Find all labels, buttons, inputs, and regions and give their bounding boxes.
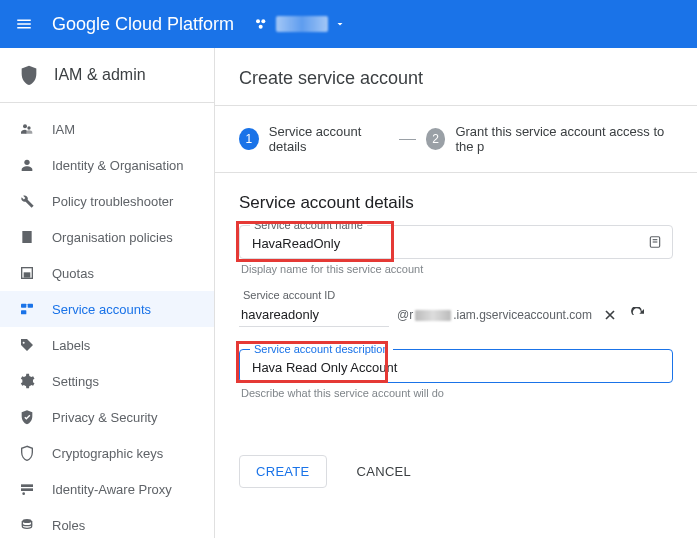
id-suffix-rest: .iam.gserviceaccount.com [453,308,592,322]
sidebar-item-label: Identity & Organisation [52,158,184,173]
name-field-label: Service account name [250,219,367,231]
dropdown-icon [334,18,346,30]
sidebar-header: IAM & admin [0,48,214,103]
id-input[interactable] [239,303,389,327]
svg-point-4 [24,160,29,165]
shield-check-icon [18,408,36,426]
sidebar-item-policy-troubleshooter[interactable]: Policy troubleshooter [0,183,214,219]
sidebar-item-label: Policy troubleshooter [52,194,173,209]
id-suffix: @r.iam.gserviceaccount.com [397,308,592,322]
hamburger-menu-button[interactable] [12,12,36,36]
sidebar-item-crypto-keys[interactable]: Cryptographic keys [0,435,214,471]
id-field-label: Service account ID [239,289,673,303]
step-connector [399,139,415,140]
proxy-icon [18,480,36,498]
stepper: 1 Service account details 2 Grant this s… [215,106,697,173]
svg-point-12 [22,492,25,495]
sidebar-items: IAM Identity & Organisation Policy troub… [0,103,214,538]
form-icon [648,235,662,249]
project-icon [254,16,270,32]
sidebar-title: IAM & admin [54,66,146,84]
sidebar-item-label: IAM [52,122,75,137]
sidebar-item-roles[interactable]: Roles [0,507,214,538]
shield-icon [18,64,40,86]
key-shield-icon [18,444,36,462]
close-icon [602,307,618,323]
form-section: Service account details Service account … [215,173,697,433]
sidebar-item-label: Cryptographic keys [52,446,163,461]
service-account-icon [18,300,36,318]
project-name-redacted [276,16,328,32]
sidebar-item-label: Roles [52,518,85,533]
quota-icon [18,264,36,282]
id-suffix-prefix: @r [397,308,413,322]
desc-field[interactable]: Service account description [239,349,673,383]
hamburger-icon [15,15,33,33]
svg-rect-11 [21,488,33,491]
svg-rect-8 [28,304,33,308]
person-icon [18,156,36,174]
sidebar-item-settings[interactable]: Settings [0,363,214,399]
sidebar: IAM & admin IAM Identity & Organisation … [0,48,215,538]
name-field[interactable]: Service account name [239,225,673,259]
desc-field-wrap: Service account description [239,349,673,383]
svg-point-13 [22,519,31,523]
svg-rect-10 [21,484,33,487]
sidebar-item-iam[interactable]: IAM [0,111,214,147]
id-field: @r.iam.gserviceaccount.com [239,303,673,327]
sidebar-item-labels[interactable]: Labels [0,327,214,363]
sidebar-item-iap[interactable]: Identity-Aware Proxy [0,471,214,507]
desc-help: Describe what this service account will … [241,387,671,399]
form-actions: CREATE CANCEL [215,433,697,510]
step-2-indicator: 2 [426,128,446,150]
step-1-label: Service account details [269,124,390,154]
name-input[interactable] [252,236,660,251]
platform-title: Google Cloud Platform [52,14,234,35]
sidebar-item-label: Quotas [52,266,94,281]
tag-icon [18,336,36,354]
section-title: Service account details [239,193,673,213]
step-2-label: Grant this service account access to the… [455,124,673,154]
id-field-wrap: Service account ID @r.iam.gserviceaccoun… [239,289,673,327]
desc-field-label: Service account description [250,343,393,355]
main-layout: IAM & admin IAM Identity & Organisation … [0,48,697,538]
project-selector[interactable] [254,16,346,32]
document-icon [18,228,36,246]
sidebar-item-service-accounts[interactable]: Service accounts [0,291,214,327]
svg-rect-9 [21,310,26,314]
sidebar-item-label: Labels [52,338,90,353]
cancel-button[interactable]: CANCEL [341,456,428,487]
svg-rect-7 [21,304,26,308]
top-bar: Google Cloud Platform [0,0,697,48]
sidebar-item-label: Privacy & Security [52,410,157,425]
sidebar-item-label: Settings [52,374,99,389]
sidebar-item-label: Service accounts [52,302,151,317]
page-title: Create service account [215,48,697,106]
svg-point-3 [23,124,27,128]
sidebar-item-label: Identity-Aware Proxy [52,482,172,497]
refresh-id-button[interactable] [628,305,648,325]
sidebar-item-quotas[interactable]: Quotas [0,255,214,291]
people-icon [18,120,36,138]
svg-point-0 [256,19,260,23]
name-help: Display name for this service account [241,263,671,275]
step-1-indicator: 1 [239,128,259,150]
content: Create service account 1 Service account… [215,48,697,538]
id-suffix-redacted [415,310,451,321]
gear-icon [18,372,36,390]
desc-input[interactable] [252,360,660,375]
refresh-icon [630,307,646,323]
svg-point-2 [259,25,263,29]
sidebar-item-label: Organisation policies [52,230,173,245]
sidebar-item-privacy-security[interactable]: Privacy & Security [0,399,214,435]
svg-point-1 [261,19,265,23]
svg-rect-6 [24,273,29,277]
name-field-wrap: Service account name [239,225,673,259]
roles-icon [18,516,36,534]
create-button[interactable]: CREATE [239,455,327,488]
wrench-icon [18,192,36,210]
clear-id-button[interactable] [600,305,620,325]
sidebar-item-identity[interactable]: Identity & Organisation [0,147,214,183]
sidebar-item-org-policies[interactable]: Organisation policies [0,219,214,255]
